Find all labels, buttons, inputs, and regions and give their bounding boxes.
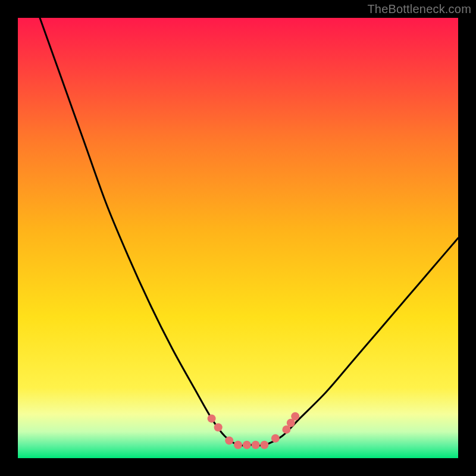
outer-frame: TheBottleneck.com	[0, 0, 476, 476]
marker-dot	[234, 441, 242, 449]
watermark-text: TheBottleneck.com	[367, 2, 471, 16]
bottleneck-chart	[18, 18, 458, 458]
marker-dot	[214, 423, 223, 431]
plot-area	[18, 18, 458, 458]
marker-dot	[271, 434, 280, 443]
gradient-background	[18, 18, 458, 458]
marker-dot	[225, 436, 233, 444]
marker-dot	[243, 441, 251, 449]
marker-dot	[260, 441, 268, 449]
marker-dot	[291, 412, 299, 421]
marker-dot	[208, 414, 216, 422]
marker-dot	[252, 441, 260, 449]
